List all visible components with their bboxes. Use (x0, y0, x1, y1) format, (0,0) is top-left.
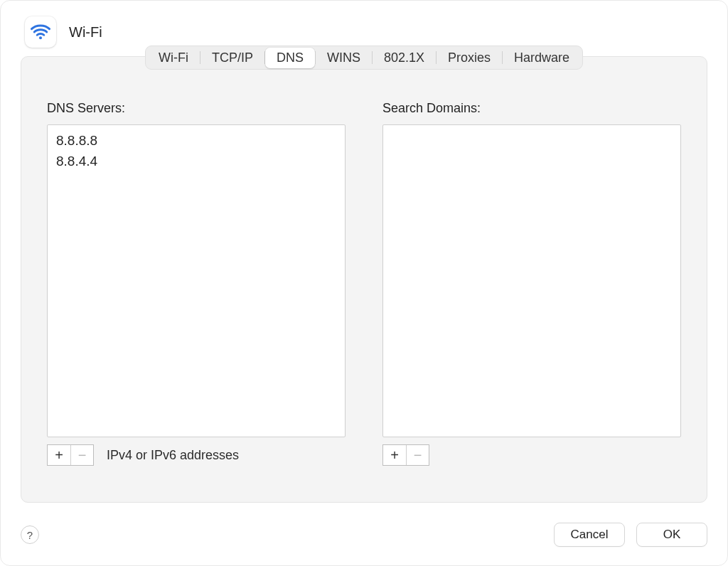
tab-8021x[interactable]: 802.1X (373, 48, 436, 68)
ok-button[interactable]: OK (636, 523, 707, 547)
dns-remove-button[interactable]: − (70, 445, 93, 465)
search-domains-controls-row: + − (382, 444, 681, 466)
page-title: Wi-Fi (69, 24, 102, 41)
search-domains-list[interactable] (382, 124, 681, 437)
search-domains-add-button[interactable]: + (383, 445, 406, 465)
dns-server-item[interactable]: 8.8.8.8 (56, 131, 336, 151)
cancel-button[interactable]: Cancel (554, 523, 625, 547)
dns-hint: IPv4 or IPv6 addresses (107, 448, 239, 463)
content-columns: DNS Servers: 8.8.8.8 8.8.4.4 + − IPv4 or… (21, 101, 707, 466)
tab-dns[interactable]: DNS (265, 48, 315, 68)
help-button[interactable]: ? (21, 525, 39, 544)
dns-controls-row: + − IPv4 or IPv6 addresses (47, 444, 346, 466)
dns-column: DNS Servers: 8.8.8.8 8.8.4.4 + − IPv4 or… (47, 101, 346, 466)
tab-hardware[interactable]: Hardware (503, 48, 581, 68)
dns-add-remove-group: + − (47, 444, 94, 466)
tab-proxies[interactable]: Proxies (437, 48, 502, 68)
tab-wifi[interactable]: Wi-Fi (147, 48, 200, 68)
tab-tcpip[interactable]: TCP/IP (200, 48, 264, 68)
settings-panel: Wi-Fi TCP/IP DNS WINS 802.1X Proxies Har… (21, 56, 707, 503)
wifi-icon (25, 16, 56, 48)
network-settings-window: Wi-Fi Wi-Fi TCP/IP DNS WINS 802.1X Proxi… (0, 0, 728, 566)
search-domains-add-remove-group: + − (382, 444, 429, 466)
dns-add-button[interactable]: + (48, 445, 70, 465)
tab-bar: Wi-Fi TCP/IP DNS WINS 802.1X Proxies Har… (145, 46, 583, 70)
search-domains-label: Search Domains: (382, 101, 681, 116)
footer: ? Cancel OK (1, 510, 727, 565)
dns-server-item[interactable]: 8.8.4.4 (56, 151, 336, 172)
svg-point-0 (39, 36, 42, 39)
dns-servers-label: DNS Servers: (47, 101, 346, 116)
dns-servers-list[interactable]: 8.8.8.8 8.8.4.4 (47, 124, 346, 437)
search-domains-column: Search Domains: + − (382, 101, 681, 466)
tab-wins[interactable]: WINS (316, 48, 372, 68)
search-domains-remove-button[interactable]: − (406, 445, 429, 465)
